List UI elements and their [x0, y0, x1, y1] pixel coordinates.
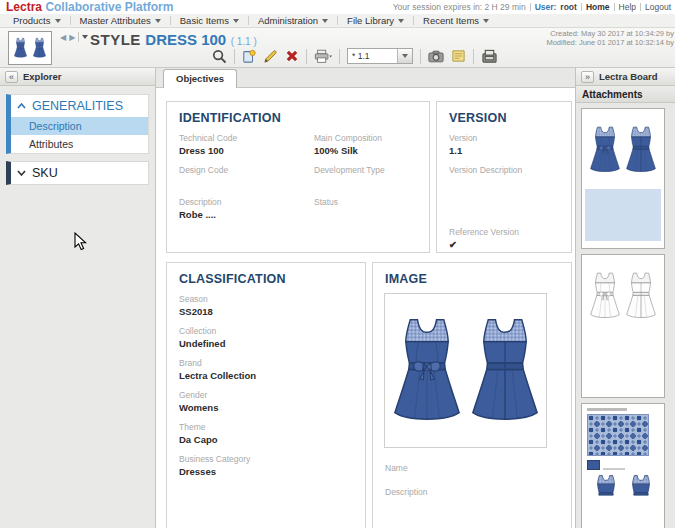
dress-back-outline-thumb: [624, 259, 658, 333]
field-development-type: Development Type: [314, 165, 417, 189]
attachment-preview: [582, 255, 664, 333]
lectra-board-title: Lectra Board: [599, 71, 658, 82]
version-selector-dropdown-button[interactable]: [397, 49, 412, 63]
expand-panel-icon[interactable]: »: [581, 71, 594, 83]
field-design-code: Design Code: [179, 165, 314, 189]
attachment-preview: [582, 404, 664, 500]
export-icon[interactable]: [481, 49, 498, 64]
separator: [78, 32, 79, 42]
style-name: DRESS 100: [145, 31, 226, 48]
tree-item-description[interactable]: Description: [11, 117, 148, 135]
field-value: [449, 177, 559, 189]
collapse-panel-icon[interactable]: «: [5, 71, 18, 83]
next-record-icon[interactable]: ▶: [69, 33, 75, 42]
tree-group-sku: SKU: [6, 161, 149, 185]
dress-front-outline-thumb: [588, 259, 622, 333]
identification-fields: Technical Code Dress 100 Main Compositio…: [167, 127, 429, 227]
lectra-app-window: Lectra Collaborative Platform Your sessi…: [0, 0, 675, 528]
notes-icon[interactable]: [451, 49, 466, 63]
field-value: 100% Silk: [314, 145, 417, 157]
attachment-fabric-spec[interactable]: [581, 403, 665, 528]
toolbar-separator: [306, 49, 307, 64]
field-technical-code: Technical Code Dress 100: [179, 133, 314, 157]
field-label: Technical Code: [179, 133, 314, 143]
chevron-down-icon: [233, 19, 239, 23]
logo-lectra: Lectra: [6, 0, 42, 14]
edit-icon[interactable]: [263, 49, 278, 64]
menu-recent-items[interactable]: Recent Items: [414, 15, 498, 26]
field-value: Dresses: [179, 466, 353, 478]
menu-label: Products: [13, 15, 51, 26]
explorer-panel: « Explorer GENERALITIES Description Attr…: [0, 68, 156, 528]
delete-icon[interactable]: [285, 49, 299, 63]
version-panel: VERSION Version 1.1 Version Description …: [436, 101, 572, 253]
field-value: SS2018: [179, 306, 353, 318]
field-value: Womens: [179, 402, 353, 414]
menu-basic-items[interactable]: Basic Items: [171, 15, 248, 26]
field-label: Season: [179, 294, 353, 304]
menu-master-attributes[interactable]: Master Attributes: [71, 15, 170, 26]
tree-group-sku-header[interactable]: SKU: [11, 162, 148, 184]
prev-record-icon[interactable]: ◀: [60, 33, 66, 42]
menu-label: File Library: [347, 15, 394, 26]
search-icon[interactable]: [212, 49, 227, 64]
chevron-down-icon[interactable]: [82, 35, 88, 39]
print-icon[interactable]: [314, 49, 332, 64]
style-image[interactable]: [384, 293, 547, 448]
menu-products[interactable]: Products: [4, 15, 70, 26]
attachment-line-sketch[interactable]: [581, 254, 665, 398]
field-version: Version 1.1: [449, 133, 559, 157]
field-image-name: Name: [385, 463, 408, 487]
top-bar: Lectra Collaborative Platform Your sessi…: [0, 0, 675, 14]
chevron-down-icon: [483, 19, 489, 23]
separator: [581, 3, 582, 11]
spec-text-line: [603, 468, 625, 470]
menu-file-library[interactable]: File Library: [338, 15, 413, 26]
field-value: [385, 475, 408, 487]
classification-title: CLASSIFICATION: [167, 263, 365, 288]
attachments-header: Attachments: [576, 86, 675, 103]
toolbar-separator: [234, 49, 235, 64]
classification-fields: Season SS2018 Collection Undefined Brand…: [167, 288, 365, 492]
app-logo: Lectra Collaborative Platform: [6, 0, 173, 14]
new-item-icon[interactable]: [242, 49, 256, 63]
camera-icon[interactable]: [428, 50, 444, 63]
home-link[interactable]: Home: [586, 2, 610, 12]
classification-panel: CLASSIFICATION Season SS2018 Collection …: [166, 262, 366, 528]
field-label: Description: [385, 487, 428, 497]
style-thumbnail[interactable]: [8, 31, 52, 65]
modified-text: Modified: June 01 2017 at 10:32:14 by ro…: [546, 38, 675, 47]
fabric-pattern-swatch: [587, 414, 649, 456]
tree-item-attributes[interactable]: Attributes: [11, 135, 148, 153]
separator: [640, 3, 641, 11]
style-type-label: STYLE: [90, 31, 141, 48]
attachment-colored-sketch[interactable]: [581, 108, 665, 249]
tab-objectives[interactable]: Objectives: [163, 69, 237, 88]
field-label: Status: [314, 197, 417, 207]
color-chip: [587, 460, 600, 470]
field-value: Undefined: [179, 338, 353, 350]
field-image-description: Description: [385, 487, 428, 511]
tree-group-generalities-header[interactable]: GENERALITIES: [11, 95, 148, 117]
menu-bar: Products Master Attributes Basic Items A…: [0, 14, 675, 28]
toolbar-separator: [420, 49, 421, 64]
main-body: « Explorer GENERALITIES Description Attr…: [0, 68, 675, 528]
version-selector[interactable]: * 1.1: [347, 48, 413, 64]
color-chip-row: [587, 460, 659, 470]
field-label: Design Code: [179, 165, 314, 175]
menu-administration[interactable]: Administration: [249, 15, 337, 26]
help-link[interactable]: Help: [619, 2, 636, 12]
field-label: Gender: [179, 390, 353, 400]
explorer-title: Explorer: [23, 71, 62, 82]
spec-title-bar: [587, 408, 627, 411]
logout-link[interactable]: Logout: [645, 2, 671, 12]
bodice-previews: [587, 474, 659, 496]
field-label: Name: [385, 463, 408, 473]
field-description: Description Robe ....: [179, 197, 314, 221]
identification-title: IDENTIFICATION: [167, 102, 429, 127]
field-value: 1.1: [449, 145, 559, 157]
logo-platform: Collaborative Platform: [45, 0, 173, 14]
field-label: Business Category: [179, 454, 353, 464]
tree-group-label: SKU: [32, 166, 58, 180]
menu-label: Recent Items: [423, 15, 479, 26]
